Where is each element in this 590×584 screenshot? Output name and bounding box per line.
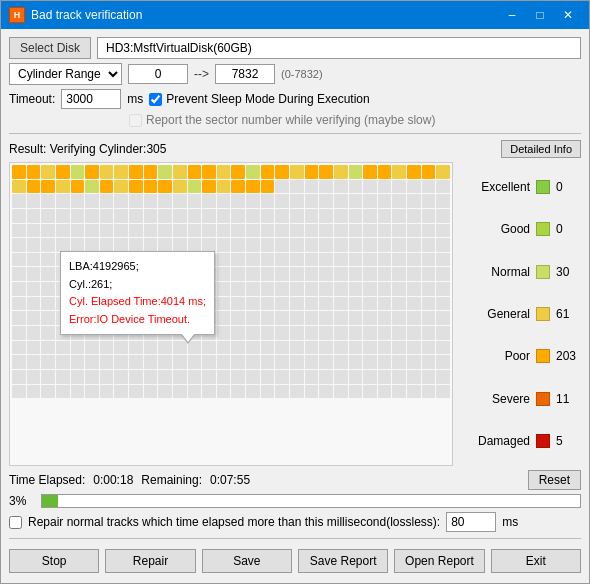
save-button[interactable]: Save	[202, 549, 292, 573]
grid-cell	[305, 238, 319, 252]
title-bar: H Bad track verification – □ ✕	[1, 1, 589, 29]
grid-cell	[349, 209, 363, 223]
detailed-info-button[interactable]: Detailed Info	[501, 140, 581, 158]
grid-cell	[334, 311, 348, 325]
grid-cell	[378, 238, 392, 252]
timeout-unit: ms	[127, 92, 143, 106]
progress-row: 3%	[9, 494, 581, 508]
grid-cell	[246, 224, 260, 238]
select-disk-button[interactable]: Select Disk	[9, 37, 91, 59]
grid-cell	[407, 165, 421, 179]
grid-cell	[305, 253, 319, 267]
cylinder-range-row: Cylinder Range --> (0-7832)	[9, 63, 581, 85]
grid-cell	[275, 355, 289, 369]
grid-cell	[85, 238, 99, 252]
grid-cell	[231, 238, 245, 252]
grid-cell	[363, 253, 377, 267]
grid-cell	[114, 238, 128, 252]
maximize-button[interactable]: □	[527, 5, 553, 25]
grid-cell	[392, 326, 406, 340]
grid-cell	[202, 385, 216, 399]
grid-cell	[100, 238, 114, 252]
grid-cell	[392, 238, 406, 252]
grid-cell	[217, 180, 231, 194]
grid-cell	[56, 385, 70, 399]
grid-cell	[12, 385, 26, 399]
grid-cell	[246, 326, 260, 340]
grid-cell	[71, 224, 85, 238]
grid-cell	[349, 282, 363, 296]
grid-cell	[305, 297, 319, 311]
grid-cell	[378, 267, 392, 281]
grid-cell	[378, 224, 392, 238]
grid-cell	[71, 238, 85, 252]
grid-cell	[173, 224, 187, 238]
grid-cell	[334, 355, 348, 369]
exit-button[interactable]: Exit	[491, 549, 581, 573]
grid-cell	[217, 282, 231, 296]
open-report-button[interactable]: Open Report	[394, 549, 484, 573]
grid-cell	[100, 180, 114, 194]
timeout-input[interactable]	[61, 89, 121, 109]
grid-cell	[41, 355, 55, 369]
reset-button[interactable]: Reset	[528, 470, 581, 490]
legend-item: Good 0	[461, 222, 581, 236]
grid-cell	[12, 341, 26, 355]
grid-cell	[378, 209, 392, 223]
grid-cell	[188, 355, 202, 369]
grid-cell	[173, 180, 187, 194]
grid-cell	[173, 238, 187, 252]
title-bar-left: H Bad track verification	[9, 7, 142, 23]
grid-cell	[319, 224, 333, 238]
grid-cell	[217, 238, 231, 252]
prevent-sleep-checkbox[interactable]	[149, 93, 162, 106]
grid-cell	[217, 209, 231, 223]
grid-cell	[261, 385, 275, 399]
grid-cell	[158, 194, 172, 208]
tooltip-arrow	[182, 334, 194, 342]
grid-cell	[202, 355, 216, 369]
report-sector-checkbox[interactable]	[129, 114, 142, 127]
grid-cell	[392, 282, 406, 296]
grid-cell	[41, 370, 55, 384]
prevent-sleep-text: Prevent Sleep Mode During Execution	[166, 92, 369, 106]
range-from-input[interactable]	[128, 64, 188, 84]
close-button[interactable]: ✕	[555, 5, 581, 25]
stop-button[interactable]: Stop	[9, 549, 99, 573]
legend-label-good: Good	[461, 222, 530, 236]
report-sector-label[interactable]: Report the sector number while verifying…	[129, 113, 435, 127]
grid-cell	[334, 341, 348, 355]
grid-cell	[436, 326, 450, 340]
grid-cell	[71, 385, 85, 399]
grid-cell	[334, 282, 348, 296]
range-to-input[interactable]	[215, 64, 275, 84]
legend-label-damaged: Damaged	[461, 434, 530, 448]
repair-input[interactable]	[446, 512, 496, 532]
grid-cell	[85, 194, 99, 208]
grid-cell	[129, 224, 143, 238]
save-report-button[interactable]: Save Report	[298, 549, 388, 573]
prevent-sleep-label[interactable]: Prevent Sleep Mode During Execution	[149, 92, 369, 106]
grid-cell	[71, 370, 85, 384]
grid-cell	[27, 355, 41, 369]
grid-cell	[144, 209, 158, 223]
minimize-button[interactable]: –	[499, 5, 525, 25]
grid-cell	[144, 385, 158, 399]
legend-color-poor	[536, 349, 550, 363]
grid-cell	[392, 311, 406, 325]
grid-cell	[378, 355, 392, 369]
repair-button[interactable]: Repair	[105, 549, 195, 573]
range-type-dropdown[interactable]: Cylinder Range	[9, 63, 122, 85]
grid-cell	[378, 180, 392, 194]
bottom-buttons: Stop Repair Save Save Report Open Report…	[9, 545, 581, 575]
grid-cell	[246, 165, 260, 179]
grid-cell	[436, 282, 450, 296]
repair-checkbox[interactable]	[9, 516, 22, 529]
grid-cell	[319, 165, 333, 179]
grid-cell	[27, 297, 41, 311]
grid-cell	[319, 385, 333, 399]
grid-cell	[349, 253, 363, 267]
grid-cell	[378, 194, 392, 208]
grid-cell	[173, 194, 187, 208]
grid-cell	[290, 385, 304, 399]
